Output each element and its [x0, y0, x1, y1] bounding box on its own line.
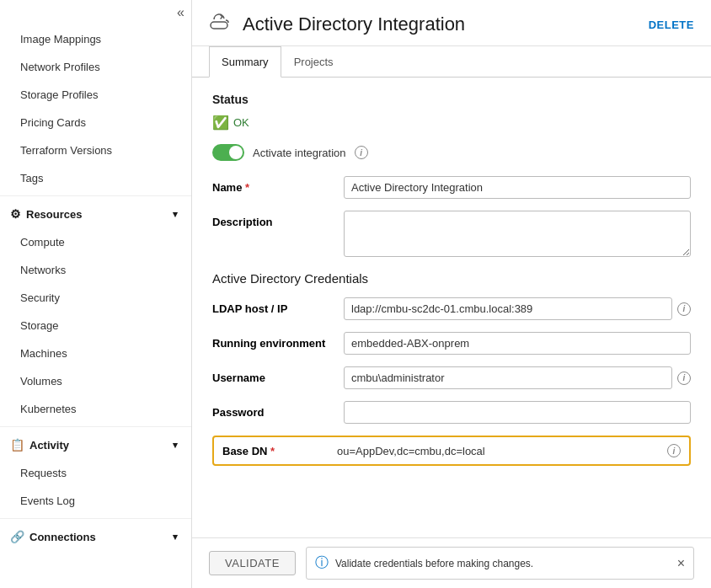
- activate-integration-toggle[interactable]: [212, 144, 244, 161]
- sidebar-section-connections[interactable]: 🔗 Connections ▾: [0, 522, 191, 551]
- tab-content: Status ✅ OK Activate integration i Name …: [192, 78, 711, 537]
- username-input-wrap: i: [344, 366, 691, 389]
- basedn-info-icon[interactable]: i: [667, 444, 681, 457]
- sidebar-item-terraform-versions[interactable]: Terraform Versions: [0, 136, 191, 164]
- tooltip-text: Validate credentials before making chang…: [335, 558, 533, 569]
- ldap-label: LDAP host / IP: [212, 297, 330, 315]
- sidebar-item-compute[interactable]: Compute: [0, 228, 191, 256]
- status-section-title: Status: [212, 93, 691, 106]
- toggle-label: Activate integration: [253, 147, 346, 159]
- sidebar-item-label: Requests: [20, 467, 67, 479]
- toggle-info-icon[interactable]: i: [355, 146, 368, 159]
- basedn-input[interactable]: [337, 445, 662, 457]
- basedn-input-wrap: i: [337, 444, 681, 457]
- running-env-label: Running environment: [212, 332, 330, 350]
- basedn-required-star: *: [270, 445, 275, 457]
- status-ok-icon: ✅: [212, 115, 229, 131]
- credentials-section-title: Active Directory Credentials: [212, 271, 691, 286]
- sidebar-item-label: Image Mappings: [20, 33, 101, 45]
- ldap-row: LDAP host / IP i: [212, 297, 691, 320]
- username-label: Username: [212, 366, 330, 384]
- sidebar-item-label: Pricing Cards: [20, 116, 86, 129]
- sidebar-item-volumes[interactable]: Volumes: [0, 367, 191, 395]
- sidebar-item-tags[interactable]: Tags: [0, 164, 191, 192]
- resources-chevron-icon: ▾: [173, 209, 178, 220]
- sidebar-item-label: Security: [20, 291, 60, 304]
- sidebar-item-networks[interactable]: Networks: [0, 256, 191, 284]
- description-label: Description: [212, 211, 330, 228]
- resources-label: Resources: [26, 208, 82, 221]
- name-row: Name *: [212, 176, 691, 199]
- running-env-input-wrap: [344, 332, 691, 355]
- sidebar-item-label: Kubernetes: [20, 403, 77, 415]
- sidebar-item-machines[interactable]: Machines: [0, 339, 191, 367]
- resources-icon: ⚙: [10, 207, 21, 221]
- validate-button[interactable]: VALIDATE: [209, 551, 296, 575]
- sidebar-item-label: Tags: [20, 172, 43, 184]
- description-textarea[interactable]: [344, 211, 691, 257]
- activate-integration-row: Activate integration i: [212, 144, 691, 161]
- username-row: Username i: [212, 366, 691, 389]
- status-ok: ✅ OK: [212, 115, 691, 131]
- username-info-icon[interactable]: i: [677, 372, 691, 385]
- connections-icon: 🔗: [10, 530, 24, 543]
- connections-chevron-icon: ▾: [173, 532, 178, 543]
- page-title: Active Directory Integration: [243, 13, 639, 35]
- main-content: Active Directory Integration DELETE Summ…: [192, 0, 711, 588]
- description-row: Description: [212, 211, 691, 259]
- page-header-icon: [209, 12, 233, 37]
- sidebar-item-label: Storage Profiles: [20, 88, 99, 101]
- sidebar-item-pricing-cards[interactable]: Pricing Cards: [0, 109, 191, 136]
- status-block: Status ✅ OK: [212, 93, 691, 131]
- activity-chevron-icon: ▾: [173, 440, 178, 451]
- tooltip-close-button[interactable]: ×: [677, 556, 685, 571]
- password-row: Password: [212, 401, 691, 424]
- sidebar-item-label: Storage: [20, 319, 59, 332]
- status-value: OK: [233, 116, 249, 129]
- running-env-input[interactable]: [344, 332, 691, 355]
- name-input-wrap: [344, 176, 691, 199]
- tooltip-info-icon: ⓘ: [315, 554, 329, 572]
- activity-icon: 📋: [10, 438, 24, 452]
- tab-bar: Summary Projects: [192, 46, 711, 78]
- running-env-row: Running environment: [212, 332, 691, 355]
- sidebar-divider-3: [0, 518, 191, 519]
- username-input[interactable]: [344, 366, 672, 389]
- ldap-input-wrap: i: [344, 297, 691, 320]
- tab-projects[interactable]: Projects: [281, 46, 346, 78]
- delete-button[interactable]: DELETE: [649, 19, 694, 31]
- name-required-star: *: [245, 181, 249, 194]
- password-input-wrap: [344, 401, 691, 424]
- validate-tooltip: ⓘ Validate credentials before making cha…: [306, 547, 694, 580]
- sidebar-item-requests[interactable]: Requests: [0, 459, 191, 487]
- sidebar-item-storage[interactable]: Storage: [0, 312, 191, 339]
- sidebar-item-events-log[interactable]: Events Log: [0, 487, 191, 515]
- page-header: Active Directory Integration DELETE: [192, 0, 711, 46]
- sidebar-item-label: Volumes: [20, 375, 62, 388]
- password-input[interactable]: [344, 401, 691, 424]
- sidebar-item-security[interactable]: Security: [0, 284, 191, 312]
- sidebar-item-label: Machines: [20, 347, 67, 360]
- sidebar-divider: [0, 195, 191, 196]
- sidebar-section-activity[interactable]: 📋 Activity ▾: [0, 430, 191, 459]
- ldap-info-icon[interactable]: i: [677, 302, 691, 316]
- sidebar: « Image Mappings Network Profiles Storag…: [0, 0, 192, 588]
- collapse-icon: «: [177, 5, 184, 20]
- name-input[interactable]: [344, 176, 691, 199]
- sidebar-item-kubernetes[interactable]: Kubernetes: [0, 395, 191, 423]
- ldap-input[interactable]: [344, 297, 672, 320]
- sidebar-section-resources[interactable]: ⚙ Resources ▾: [0, 200, 191, 228]
- sidebar-item-label: Terraform Versions: [20, 144, 112, 157]
- sidebar-item-storage-profiles[interactable]: Storage Profiles: [0, 81, 191, 109]
- sidebar-item-image-mappings[interactable]: Image Mappings: [0, 25, 191, 53]
- validate-bar: VALIDATE ⓘ Validate credentials before m…: [192, 537, 711, 588]
- basedn-label: Base DN *: [222, 445, 323, 457]
- activity-label: Activity: [29, 439, 69, 452]
- connections-label: Connections: [29, 531, 96, 543]
- sidebar-divider-2: [0, 426, 191, 427]
- sidebar-item-network-profiles[interactable]: Network Profiles: [0, 53, 191, 81]
- sidebar-item-label: Compute: [20, 236, 65, 249]
- sidebar-collapse-button[interactable]: «: [0, 0, 191, 25]
- tab-summary[interactable]: Summary: [209, 46, 281, 78]
- name-label: Name *: [212, 176, 330, 194]
